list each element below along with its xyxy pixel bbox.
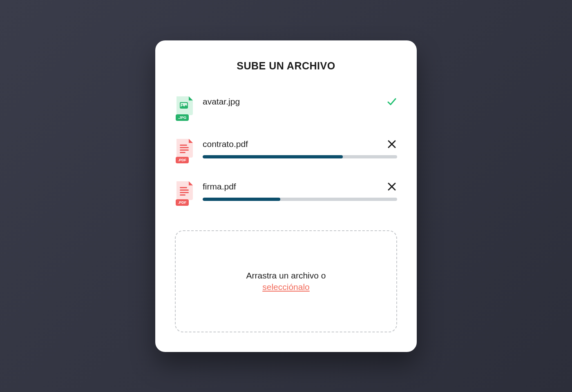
file-top: contrato.pdf [203,139,397,149]
file-top: avatar.jpg [203,96,397,107]
jpg-file-icon: .JPG [175,96,194,122]
pdf-file-icon: .PDF [175,139,194,165]
file-name: avatar.jpg [203,97,240,107]
svg-rect-12 [180,189,189,191]
svg-text:.JPG: .JPG [178,116,187,120]
file-name: contrato.pdf [203,139,248,149]
progress-bar [203,155,397,158]
file-list: .JPG avatar.jpg [175,96,397,207]
file-body: firma.pdf [203,181,397,201]
pdf-file-icon: .PDF [175,181,194,207]
svg-rect-7 [180,149,189,151]
select-file-link[interactable]: selecciónalo [262,282,310,292]
progress-bar [203,198,397,201]
svg-rect-11 [180,187,187,188]
svg-rect-13 [180,192,189,193]
file-row: .PDF contrato.pdf [175,139,397,165]
svg-rect-5 [180,145,187,146]
cancel-upload-button[interactable] [387,139,397,149]
file-dropzone[interactable]: Arrastra un archivo o selecciónalo [175,230,397,332]
file-name: firma.pdf [203,182,236,192]
file-row: .PDF firma.pdf [175,181,397,207]
card-title: SUBE UN ARCHIVO [175,60,397,72]
svg-rect-14 [180,194,185,196]
file-body: avatar.jpg [203,96,397,107]
svg-point-2 [182,104,183,105]
svg-rect-6 [180,147,189,148]
progress-fill [203,155,343,158]
svg-rect-8 [180,152,185,153]
dropzone-text: Arrastra un archivo o [246,271,326,281]
file-top: firma.pdf [203,181,397,192]
cancel-upload-button[interactable] [387,181,397,192]
file-row: .JPG avatar.jpg [175,96,397,122]
upload-card: SUBE UN ARCHIVO .JPG avatar.jpg [155,40,417,352]
check-icon [387,96,397,107]
svg-text:.PDF: .PDF [178,158,187,162]
svg-text:.PDF: .PDF [178,200,187,205]
file-body: contrato.pdf [203,139,397,158]
progress-fill [203,198,280,201]
